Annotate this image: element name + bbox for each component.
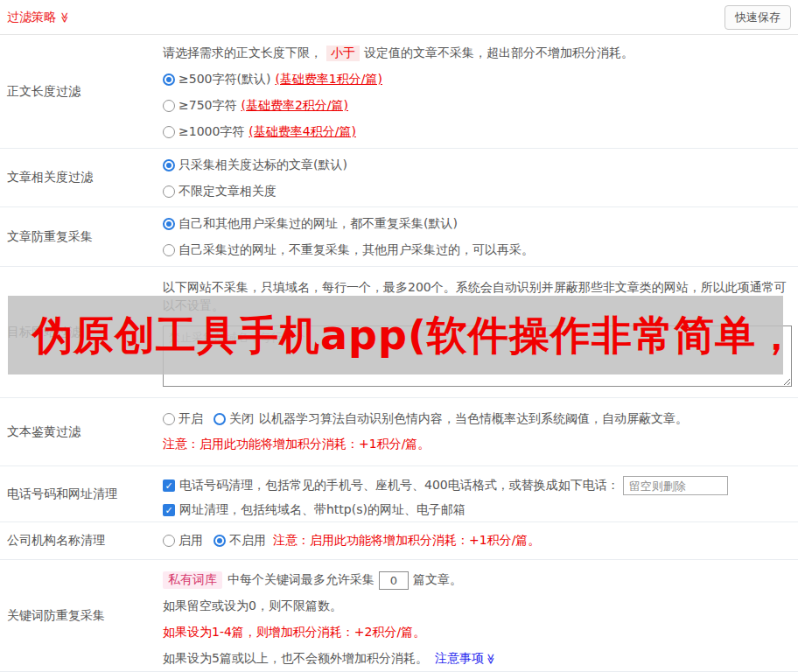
option-fee: (基础费率4积分/篇) xyxy=(248,124,356,140)
page-header: 过滤策略 ≫ 快速保存 xyxy=(0,0,798,35)
chevron-down-icon: ≫ xyxy=(486,654,496,665)
watermark-text: 伪原创工具手机app(软件操作非常简单，也 xyxy=(8,296,783,374)
radio-icon[interactable] xyxy=(214,413,226,425)
radio-option-relevance-any[interactable]: 不限定文章相关度 xyxy=(163,178,791,205)
porn-off-label[interactable]: 关闭 xyxy=(229,411,254,427)
option-label: ≥750字符 xyxy=(178,98,236,114)
section-relevance-label: 文章相关度过滤 xyxy=(0,149,163,206)
notice-link[interactable]: 注意事项 ≫ xyxy=(435,651,497,667)
notice-link-text: 注意事项 xyxy=(435,651,484,667)
radio-option-relevance-strict[interactable]: 只采集相关度达标的文章(默认) xyxy=(163,152,791,178)
section-relevance-content: 只采集相关度达标的文章(默认) 不限定文章相关度 xyxy=(163,149,798,206)
section-keyword-dedup-content: 私有词库 中每个关键词最多允许采集 篇文章。 如果留空或设为0，则不限篇数。 如… xyxy=(163,560,798,671)
option-fee: (基础费率2积分/篇) xyxy=(241,98,348,114)
porn-on-label[interactable]: 开启 xyxy=(178,411,203,427)
keyword-limit-line: 私有词库 中每个关键词最多允许采集 篇文章。 xyxy=(163,567,791,593)
checkbox-checked-icon[interactable]: ✓ xyxy=(163,504,175,516)
company-clean-note: 注意：启用此功能将增加积分消耗：+1积分/篇。 xyxy=(273,533,540,549)
option-label: 只采集相关度达标的文章(默认) xyxy=(178,158,347,173)
radio-option-dedup-all[interactable]: 自己和其他用户采集过的网址，都不重复采集(默认) xyxy=(163,211,791,237)
keyword-rule-1-4: 如果设为1-4篇，则增加积分消耗：+2积分/篇。 xyxy=(163,620,791,646)
section-dedup-label: 文章防重复采集 xyxy=(0,207,163,266)
radio-icon[interactable] xyxy=(163,244,175,256)
url-clean-option[interactable]: ✓ 网址清理，包括纯域名、带http(s)的网址、电子邮箱 xyxy=(163,498,791,522)
phone-clean-label: 电话号码清理，包括常见的手机号、座机号、400电话格式，或替换成如下电话： xyxy=(179,478,620,494)
option-label: ≥1000字符 xyxy=(178,124,244,140)
private-lexicon-tag[interactable]: 私有词库 xyxy=(163,571,222,589)
section-phone-url-clean: 电话号码和网址清理 ✓ 电话号码清理，包括常见的手机号、座机号、400电话格式，… xyxy=(0,466,798,522)
replacement-phone-input[interactable] xyxy=(623,476,728,495)
page-title[interactable]: 过滤策略 ≫ xyxy=(7,10,71,25)
filter-strategy-page: 过滤策略 ≫ 快速保存 正文长度过滤 请选择需求的正文长度下限， 小于 设定值的… xyxy=(0,0,798,672)
intro-pre: 请选择需求的正文长度下限， xyxy=(163,46,322,61)
section-company-clean-label: 公司机构名称清理 xyxy=(0,522,163,559)
chevron-down-icon: ≫ xyxy=(60,11,70,23)
porn-filter-description: 以机器学习算法自动识别色情内容，当色情概率达到系统阈值，自动屏蔽文章。 xyxy=(259,411,688,427)
section-body-length: 正文长度过滤 请选择需求的正文长度下限， 小于 设定值的文章不采集，超出部分不增… xyxy=(0,35,798,149)
phone-clean-option[interactable]: ✓ 电话号码清理，包括常见的手机号、座机号、400电话格式，或替换成如下电话： xyxy=(163,473,791,498)
company-enable-label[interactable]: 启用 xyxy=(178,533,203,549)
section-company-clean-content: 启用 不启用 注意：启用此功能将增加积分消耗：+1积分/篇。 xyxy=(163,522,798,559)
section-relevance: 文章相关度过滤 只采集相关度达标的文章(默认) 不限定文章相关度 xyxy=(0,149,798,207)
company-disable-label[interactable]: 不启用 xyxy=(229,533,266,549)
option-label: 自己采集过的网址，不重复采集，其他用户采集过的，可以再采。 xyxy=(178,242,534,258)
porn-filter-note: 注意：启用此功能将增加积分消耗：+1积分/篇。 xyxy=(163,435,791,454)
watermark-overlay: 伪原创工具手机app(软件操作非常简单，也 xyxy=(8,296,783,374)
radio-icon[interactable] xyxy=(214,535,226,547)
body-length-options: ≥500字符(默认) (基础费率1积分/篇) ≥750字符 (基础费率2积分/篇… xyxy=(163,66,791,145)
keyword-rule-5plus: 如果设为5篇或以上，也不会额外增加积分消耗。 注意事项 ≫ xyxy=(163,646,791,672)
section-phone-url-clean-content: ✓ 电话号码清理，包括常见的手机号、座机号、400电话格式，或替换成如下电话： … xyxy=(163,466,798,522)
keyword-limit-suffix: 篇文章。 xyxy=(413,572,462,588)
radio-icon[interactable] xyxy=(163,126,175,138)
radio-icon[interactable] xyxy=(163,413,175,425)
radio-option-500[interactable]: ≥500字符(默认) (基础费率1积分/篇) xyxy=(163,66,791,93)
radio-option-1000[interactable]: ≥1000字符 (基础费率4积分/篇) xyxy=(163,119,791,145)
section-porn-filter-label: 文本鉴黄过滤 xyxy=(0,398,163,466)
section-keyword-dedup: 关键词防重复采集 私有词库 中每个关键词最多允许采集 篇文章。 如果留空或设为0… xyxy=(0,560,798,672)
radio-icon[interactable] xyxy=(163,74,175,86)
section-body-length-content: 请选择需求的正文长度下限， 小于 设定值的文章不采集，超出部分不增加积分消耗。 … xyxy=(163,35,798,148)
option-label: 不限定文章相关度 xyxy=(178,184,276,200)
section-phone-url-clean-label: 电话号码和网址清理 xyxy=(0,466,163,522)
radio-icon[interactable] xyxy=(163,186,175,198)
section-keyword-dedup-label: 关键词防重复采集 xyxy=(0,560,163,671)
section-dedup: 文章防重复采集 自己和其他用户采集过的网址，都不重复采集(默认) 自己采集过的网… xyxy=(0,207,798,267)
url-clean-label: 网址清理，包括纯域名、带http(s)的网址、电子邮箱 xyxy=(179,502,466,518)
section-porn-filter-content: 开启 关闭 以机器学习算法自动识别色情内容，当色情概率达到系统阈值，自动屏蔽文章… xyxy=(163,398,798,466)
keyword-limit-text: 中每个关键词最多允许采集 xyxy=(228,572,374,588)
option-fee: (基础费率1积分/篇) xyxy=(275,72,382,88)
body-length-intro: 请选择需求的正文长度下限， 小于 设定值的文章不采集，超出部分不增加积分消耗。 xyxy=(163,44,791,63)
option-label: ≥500字符(默认) xyxy=(178,72,270,88)
section-body-length-label: 正文长度过滤 xyxy=(0,35,163,148)
checkbox-checked-icon[interactable]: ✓ xyxy=(163,480,175,492)
radio-icon[interactable] xyxy=(163,218,175,230)
option-label: 自己和其他用户采集过的网址，都不重复采集(默认) xyxy=(178,216,458,232)
section-dedup-content: 自己和其他用户采集过的网址，都不重复采集(默认) 自己采集过的网址，不重复采集，… xyxy=(163,207,798,266)
radio-option-750[interactable]: ≥750字符 (基础费率2积分/篇) xyxy=(163,93,791,119)
page-title-text: 过滤策略 xyxy=(7,10,56,25)
porn-filter-options: 开启 关闭 以机器学习算法自动识别色情内容，当色情概率达到系统阈值，自动屏蔽文章… xyxy=(163,409,791,430)
radio-icon[interactable] xyxy=(163,535,175,547)
less-than-tag: 小于 xyxy=(326,46,360,61)
radio-icon[interactable] xyxy=(163,159,175,172)
radio-icon[interactable] xyxy=(163,100,175,112)
quick-save-button[interactable]: 快速保存 xyxy=(724,5,791,30)
keyword-rule-5plus-text: 如果设为5篇或以上，也不会额外增加积分消耗。 xyxy=(163,651,428,667)
radio-option-dedup-self[interactable]: 自己采集过的网址，不重复采集，其他用户采集过的，可以再采。 xyxy=(163,237,791,263)
intro-post: 设定值的文章不采集，超出部分不增加积分消耗。 xyxy=(364,46,634,61)
section-company-clean: 公司机构名称清理 启用 不启用 注意：启用此功能将增加积分消耗：+1积分/篇。 xyxy=(0,522,798,560)
section-porn-filter: 文本鉴黄过滤 开启 关闭 以机器学习算法自动识别色情内容，当色情概率达到系统阈值… xyxy=(0,398,798,466)
keyword-count-input[interactable] xyxy=(379,571,409,590)
keyword-rule-empty: 如果留空或设为0，则不限篇数。 xyxy=(163,593,791,620)
